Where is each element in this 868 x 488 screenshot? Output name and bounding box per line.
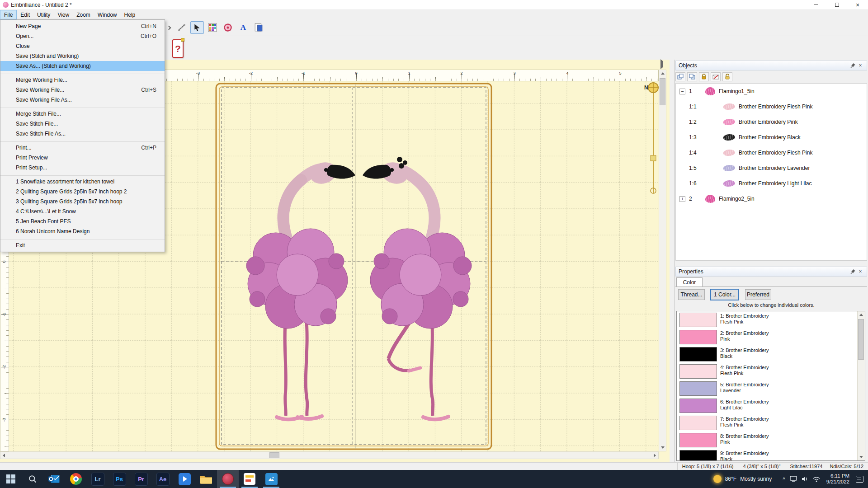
file-menu-item[interactable]: [0, 236, 165, 240]
expander-icon[interactable]: +: [679, 196, 685, 202]
color-swatch[interactable]: [679, 381, 717, 396]
weather-widget[interactable]: 86°F Mostly sunny: [709, 475, 777, 483]
object-label[interactable]: Brother Embroidery Flesh Pink: [739, 103, 812, 110]
file-menu-item[interactable]: [0, 71, 165, 75]
tray-display-icon[interactable]: [790, 476, 797, 482]
canvas-horizontal-scrollbar[interactable]: [0, 451, 659, 459]
color-swatch-row[interactable]: 8: Brother EmbroideryPink: [677, 432, 865, 449]
canvas-vertical-scrollbar[interactable]: [659, 70, 666, 451]
envelope-block-icon[interactable]: [711, 72, 721, 81]
taskbar-icon-aftereffects[interactable]: Ae: [152, 470, 174, 488]
taskbar-icon-embrilliance[interactable]: [217, 470, 239, 488]
scroll-left-arrow[interactable]: [0, 452, 7, 459]
thread-thumbnail[interactable]: [723, 165, 735, 171]
menubar-item[interactable]: Zoom: [73, 10, 94, 19]
color-swatch-row[interactable]: 5: Brother EmbroideryLavender: [677, 380, 865, 397]
thread-thumbnail[interactable]: [705, 87, 715, 95]
action-center-icon[interactable]: [856, 476, 863, 483]
panel-expand-chevron[interactable]: [660, 61, 663, 67]
preferred-button[interactable]: Preferred: [745, 289, 771, 300]
menubar-item[interactable]: Utility: [33, 10, 54, 19]
thread-thumbnail[interactable]: [705, 195, 715, 203]
merge-file-icon[interactable]: [252, 21, 265, 34]
file-menu-item[interactable]: 3 Quilting Square Grids 2p5in 5x7 inch h…: [0, 197, 165, 206]
tray-network-icon[interactable]: [813, 476, 820, 482]
thread-thumbnail[interactable]: [723, 103, 735, 110]
minimize-button[interactable]: [806, 0, 826, 9]
color-swatch[interactable]: [679, 433, 717, 447]
close-button[interactable]: ×: [847, 0, 868, 9]
help-question-icon[interactable]: ?: [172, 39, 184, 58]
clock[interactable]: 6:11 PM 9/21/2022: [826, 473, 849, 485]
color-swatch[interactable]: [679, 347, 717, 361]
toolbar-overflow-chevron[interactable]: [167, 25, 171, 30]
scroll-up-arrow[interactable]: [858, 311, 864, 318]
scroll-up-arrow[interactable]: [659, 70, 666, 77]
tray-speaker-icon[interactable]: [802, 476, 808, 482]
object-row[interactable]: 1:5 Brother Embroidery Lavender: [676, 160, 867, 176]
thread-thumbnail[interactable]: [723, 180, 735, 187]
taskbar-icon-lightroom[interactable]: Lr: [87, 470, 108, 488]
file-menu-item[interactable]: Save As... (Stitch and Working): [0, 61, 165, 71]
menubar-item[interactable]: View: [54, 10, 73, 19]
pin-icon[interactable]: [849, 268, 857, 275]
vertical-scroll-thumb[interactable]: [660, 78, 665, 105]
stack-alt-icon[interactable]: [687, 72, 697, 81]
start-button[interactable]: [0, 470, 22, 488]
color-swatch-row[interactable]: 2: Brother EmbroideryPink: [677, 328, 865, 346]
design-player-icon[interactable]: [221, 21, 235, 34]
lock-icon[interactable]: [699, 72, 709, 81]
taskbar-icon-premiere[interactable]: Pr: [130, 470, 152, 488]
menubar-item[interactable]: File: [0, 10, 17, 19]
file-menu-item[interactable]: Save Working File As...: [0, 95, 165, 105]
thread-thumbnail[interactable]: [723, 134, 735, 141]
taskbar-icon-explorer[interactable]: [195, 470, 217, 488]
scroll-down-arrow[interactable]: [858, 454, 864, 460]
lettering-icon[interactable]: A: [236, 21, 250, 34]
file-menu-item[interactable]: 6 Norah Unicorn Name Design: [0, 226, 165, 236]
color-swatch[interactable]: [679, 313, 717, 327]
stitch-tool-icon[interactable]: [175, 21, 189, 34]
stack-icon[interactable]: [675, 72, 685, 81]
file-menu-item[interactable]: Print Preview: [0, 153, 165, 163]
thread-thumbnail[interactable]: [723, 150, 735, 156]
file-menu-item[interactable]: New Page Ctrl+N: [0, 21, 165, 31]
file-menu-item[interactable]: 5 Jen Beach Font PES: [0, 216, 165, 226]
select-cursor-icon[interactable]: [190, 21, 204, 34]
file-menu-item[interactable]: Print Setup...: [0, 163, 165, 173]
file-menu-item[interactable]: 1 Snowflake assortment for kitchen towel: [0, 177, 165, 187]
taskbar-icon-notes-app[interactable]: [239, 470, 260, 488]
panel-splitter[interactable]: [675, 262, 868, 266]
color-grid-icon[interactable]: [206, 21, 219, 34]
object-row[interactable]: 1:4 Brother Embroidery Flesh Pink: [676, 145, 867, 160]
object-row[interactable]: 1:2 Brother Embroidery Pink: [676, 114, 867, 130]
object-row[interactable]: + 2 Flamingo2_5in: [676, 191, 867, 206]
file-menu-item[interactable]: Merge Stitch File...: [0, 109, 165, 119]
taskbar-icon-photoshop[interactable]: Ps: [108, 470, 130, 488]
object-label[interactable]: Brother Embroidery Flesh Pink: [739, 150, 812, 156]
object-row[interactable]: 1:1 Brother Embroidery Flesh Pink: [676, 99, 867, 114]
object-row[interactable]: 1:6 Brother Embroidery Light Lilac: [676, 176, 867, 191]
object-row[interactable]: − 1 Flamingo1_5in: [676, 84, 867, 99]
color-swatch-row[interactable]: 3: Brother EmbroideryBlack: [677, 346, 865, 363]
taskbar-icon-media-app[interactable]: [174, 470, 195, 488]
file-menu-item[interactable]: Save (Stitch and Working): [0, 51, 165, 61]
file-menu-item[interactable]: Close: [0, 41, 165, 51]
object-label[interactable]: Flamingo2_5in: [719, 196, 755, 202]
object-label[interactable]: Brother Embroidery Lavender: [739, 165, 810, 171]
scroll-down-arrow[interactable]: [659, 444, 666, 451]
file-menu-item[interactable]: Print... Ctrl+P: [0, 143, 165, 153]
maximize-button[interactable]: [826, 0, 847, 9]
menubar-item[interactable]: Edit: [17, 10, 33, 19]
chevron-up-icon[interactable]: ^: [783, 476, 785, 483]
taskbar-icon-chrome[interactable]: [65, 470, 87, 488]
tab-color[interactable]: Color: [676, 277, 703, 287]
color-swatch-row[interactable]: 6: Brother EmbroideryLight Lilac: [677, 397, 865, 414]
color-swatch[interactable]: [679, 330, 717, 344]
file-menu-item[interactable]: Exit: [0, 240, 165, 250]
thread-button[interactable]: Thread...: [678, 289, 705, 300]
one-color-button[interactable]: 1 Color...: [711, 289, 739, 300]
file-menu-item[interactable]: [0, 105, 165, 109]
file-menu-item[interactable]: Save Stitch File As...: [0, 129, 165, 139]
object-label[interactable]: Brother Embroidery Light Lilac: [739, 180, 811, 187]
